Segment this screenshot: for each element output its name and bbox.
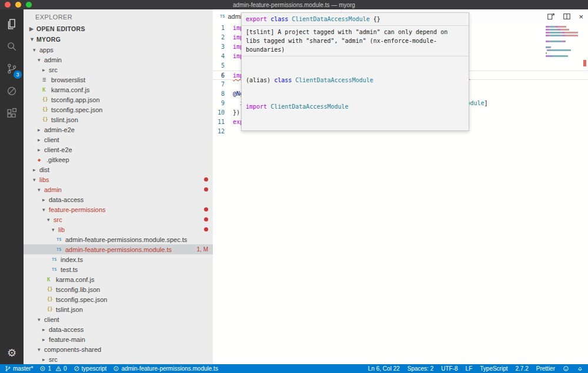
minimize-window-button[interactable] [15, 2, 21, 8]
status-encoding[interactable]: UTF-8 [441, 365, 457, 372]
tree-folder-src[interactable]: ▸src [24, 65, 213, 75]
tree-item-label: admin-feature-permissions.module.ts [65, 246, 172, 253]
zoom-window-button[interactable] [26, 2, 32, 8]
tree-folder-apps[interactable]: ▾apps [24, 45, 213, 55]
tree-item-label: tsconfig.spec.json [51, 106, 102, 113]
status-notifications[interactable] [577, 365, 583, 372]
sidebar-title: EXPLORER [24, 9, 213, 23]
tree-file-tsconfig.spec.json[interactable]: {}tsconfig.spec.json [24, 105, 213, 115]
tree-folder-data-access[interactable]: ▸data-access [24, 194, 213, 204]
tree-item-label: src [49, 356, 58, 363]
tree-folder-client[interactable]: ▾client [24, 314, 213, 324]
tree-file-tsconfig.lib.json[interactable]: {}tsconfig.lib.json [24, 284, 213, 294]
status-feedback-smiley[interactable] [563, 365, 569, 372]
list-file-icon: ≡ [42, 76, 51, 83]
chevron-down-icon: ▾ [33, 47, 39, 53]
activity-explorer[interactable] [0, 13, 24, 35]
karma-file-icon: K [47, 277, 56, 283]
json-file-icon: {} [42, 107, 51, 112]
tree-file-tsconfig.spec.json[interactable]: {}tsconfig.spec.json [24, 294, 213, 304]
status-cursor-position[interactable]: Ln 6, Col 22 [368, 365, 400, 372]
tree-item-label: karma.conf.js [51, 86, 89, 93]
tree-folder-client[interactable]: ▸client [24, 135, 213, 145]
error-dot-badge [204, 177, 208, 182]
tree-folder-src[interactable]: ▸src [24, 354, 213, 364]
tree-folder-components-shared[interactable]: ▾components-shared [24, 344, 213, 354]
tree-folder-admin[interactable]: ▾admin [24, 184, 213, 194]
tree-file-admin-feature-permissions.module.ts[interactable]: TSadmin-feature-permissions.module.ts1, … [24, 244, 213, 254]
info-icon [113, 365, 119, 372]
tree-item-label: test.ts [61, 266, 78, 273]
error-dot-badge [204, 217, 208, 221]
circle-slash-icon [74, 365, 80, 372]
ts-file-icon: TS [220, 14, 225, 19]
tree-folder-lib[interactable]: ▾lib [24, 224, 213, 234]
open-editors-header[interactable]: ▶ OPEN EDITORS [24, 23, 213, 34]
tree-folder-dist[interactable]: ▸dist [24, 164, 213, 174]
tree-file-.gitkeep[interactable]: ◆.gitkeep [24, 154, 213, 164]
status-eol[interactable]: LF [466, 365, 473, 372]
tree-folder-libs[interactable]: ▾libs [24, 174, 213, 184]
chevron-down-icon: ▾ [38, 347, 44, 352]
chevron-right-icon: ▸ [38, 127, 44, 133]
status-ts-version[interactable]: 2.7.2 [516, 365, 529, 372]
close-editor-icon[interactable]: × [579, 13, 583, 21]
window-controls [0, 2, 32, 8]
chevron-right-icon: ▸ [42, 197, 49, 203]
settings-gear-icon[interactable]: ⚙ [7, 347, 16, 359]
tree-item-label: tsconfig.app.json [51, 96, 100, 103]
tree-folder-src[interactable]: ▾src [24, 214, 213, 224]
tree-file-karma.conf.js[interactable]: Kkarma.conf.js [24, 274, 213, 284]
status-indentation[interactable]: Spaces: 2 [407, 365, 433, 372]
tree-file-tslint.json[interactable]: {}tslint.json [24, 115, 213, 125]
tree-item-label: feature-main [49, 336, 85, 343]
file-tree: ▾apps▾admin▸src≡browserslistKkarma.conf.… [24, 45, 213, 364]
tree-folder-admin-e2e[interactable]: ▸admin-e2e [24, 125, 213, 135]
json-file-icon: {} [42, 117, 51, 122]
line-number: 2 [213, 33, 233, 42]
chevron-right-icon: ▸ [42, 337, 49, 342]
tree-file-admin-feature-permissions.module.spec.ts[interactable]: TSadmin-feature-permissions.module.spec.… [24, 234, 213, 244]
ts-file-icon: TS [52, 257, 61, 262]
tree-item-label: tsconfig.lib.json [56, 286, 100, 293]
tree-file-tsconfig.app.json[interactable]: {}tsconfig.app.json [24, 95, 213, 105]
chevron-right-icon: ▸ [38, 147, 44, 153]
workspace-root-header[interactable]: ▼ MYORG [24, 34, 213, 45]
activity-search[interactable] [0, 35, 24, 58]
karma-file-icon: K [42, 87, 51, 93]
editor-actions: × [547, 9, 583, 23]
status-problems[interactable]: 1 0 [39, 365, 66, 372]
tree-folder-client-e2e[interactable]: ▸client-e2e [24, 145, 213, 154]
tree-file-browserslist[interactable]: ≡browserslist [24, 75, 213, 85]
status-git-branch[interactable]: master* [5, 365, 33, 372]
activity-source-control[interactable]: 3 [0, 58, 24, 80]
split-editor-icon[interactable] [563, 12, 571, 21]
json-file-icon: {} [47, 287, 56, 292]
tree-file-index.ts[interactable]: TSindex.ts [24, 254, 213, 264]
tree-folder-admin[interactable]: ▾admin [24, 55, 213, 65]
chevron-right-icon: ▸ [33, 167, 39, 173]
tree-file-karma.conf.js[interactable]: Kkarma.conf.js [24, 85, 213, 95]
tree-item-label: client [44, 136, 59, 143]
tree-item-label: src [49, 66, 58, 73]
close-window-button[interactable] [5, 2, 11, 8]
open-changes-icon[interactable] [547, 12, 555, 21]
tree-folder-data-access[interactable]: ▸data-access [24, 324, 213, 334]
warning-icon [55, 365, 62, 372]
status-formatter[interactable]: Prettier [536, 365, 555, 372]
minimap[interactable] [546, 26, 580, 61]
tree-item-label: tslint.json [56, 306, 83, 313]
json-file-icon: {} [42, 97, 51, 102]
tree-file-tslint.json[interactable]: {}tslint.json [24, 304, 213, 314]
tree-folder-feature-permissions[interactable]: ▾feature-permissions [24, 204, 213, 214]
editor-group: TS admin-feature-permissions.module.ts ×… [213, 9, 588, 364]
tree-folder-feature-main[interactable]: ▸feature-main [24, 334, 213, 344]
status-language-mode[interactable]: TypeScript [480, 365, 507, 372]
activity-extensions[interactable] [0, 102, 24, 125]
hover-alias-line: (alias) class ClientDataAccessModule [246, 76, 465, 85]
activity-debug[interactable] [0, 80, 24, 102]
status-linter[interactable]: typescript [74, 365, 107, 372]
tree-file-test.ts[interactable]: TStest.ts [24, 264, 213, 274]
code-editor[interactable]: 1import { NgModule } from '@angular/core… [213, 23, 588, 364]
status-active-file[interactable]: admin-feature-permissions.module.ts [113, 365, 218, 372]
